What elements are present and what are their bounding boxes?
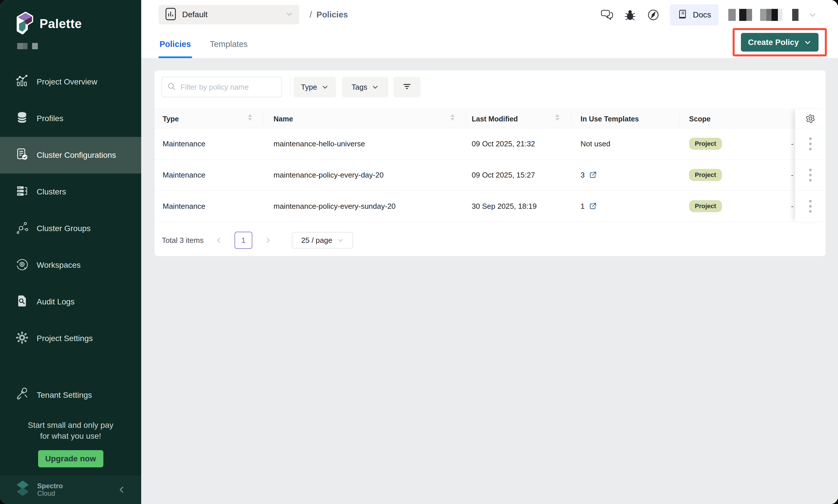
sidebar-item-cluster-configurations[interactable]: Cluster Configurations — [0, 137, 141, 174]
cell-truncated: - — [791, 191, 794, 222]
sort-control-type[interactable] — [248, 114, 252, 121]
cell-in-use: 1 — [581, 191, 597, 222]
tab-policies[interactable]: Policies — [160, 39, 191, 58]
cell-in-use: Not used — [581, 128, 610, 159]
tags-filter-dropdown[interactable]: Tags — [342, 77, 388, 97]
breadcrumb-current: Policies — [317, 10, 348, 19]
divider — [290, 77, 290, 97]
gear-icon — [805, 113, 816, 124]
sidebar-item-profiles[interactable]: Profiles — [0, 100, 141, 137]
sidebar-item-label: Cluster Groups — [37, 224, 90, 233]
user-menu-chevron-icon[interactable] — [808, 11, 817, 19]
external-link-icon[interactable] — [589, 202, 597, 211]
sidebar-item-label: Project Overview — [37, 77, 97, 87]
scope-badge: Project — [689, 138, 722, 150]
tab-templates[interactable]: Templates — [210, 39, 248, 58]
project-selector-dropdown[interactable]: Default — [159, 5, 299, 24]
column-divider — [263, 112, 263, 125]
sidebar-item-label: Audit Logs — [37, 297, 74, 306]
more-filters-button[interactable] — [393, 77, 421, 97]
cell-type: Maintenance — [163, 191, 206, 222]
kebab-menu-icon — [809, 138, 812, 150]
sidebar-item-label: Tenant Settings — [37, 391, 92, 400]
previous-page-button[interactable] — [212, 233, 226, 247]
bug-report-icon[interactable] — [623, 8, 637, 21]
sidebar-item-project-settings[interactable]: Project Settings — [0, 320, 141, 357]
audit-log-icon — [16, 294, 29, 309]
servers-icon — [16, 184, 29, 200]
cell-last-modified: 30 Sep 2025, 18:19 — [472, 191, 537, 222]
collapse-sidebar-icon[interactable] — [118, 485, 126, 494]
cell-name: maintenance-hello-universe — [273, 128, 365, 159]
brand: Palette — [16, 12, 82, 36]
sidebar-item-tenant-settings[interactable]: Tenant Settings — [0, 377, 141, 414]
create-policy-button[interactable]: Create Policy — [741, 33, 819, 52]
sidebar-item-audit-logs[interactable]: Audit Logs — [0, 284, 141, 320]
cell-type: Maintenance — [163, 160, 206, 191]
table-actions-column — [795, 109, 826, 222]
policy-search-field[interactable] — [162, 77, 282, 97]
row-actions-menu[interactable] — [795, 191, 826, 222]
breadcrumb-separator: / — [309, 10, 312, 19]
table-header-row: Type Name Last Modified In Us — [155, 109, 826, 128]
chevron-down-icon — [337, 237, 344, 244]
policies-card: Type Tags Type — [155, 70, 826, 256]
scope-badge: Project — [689, 200, 722, 212]
chevron-down-icon — [286, 10, 293, 19]
kebab-menu-icon — [809, 200, 812, 213]
sidebar: Palette Project Overview — [0, 0, 141, 504]
sidebar-item-label: Project Settings — [37, 334, 93, 343]
spectro-cloud-wordmark: Spectro Cloud — [37, 482, 63, 497]
tags-filter-label: Tags — [352, 83, 368, 92]
pagination: Total 3 items 1 25 / page — [162, 230, 353, 251]
cell-in-use: 3 — [581, 160, 597, 191]
main-area: Default / Policies — [141, 0, 838, 504]
column-header-name[interactable]: Name — [273, 109, 293, 129]
upgrade-promo-text: Start small and only pay for what you us… — [0, 420, 141, 442]
search-input[interactable] — [180, 83, 277, 92]
table-row[interactable]: Maintenance maintenance-policy-every-sun… — [155, 191, 826, 222]
type-filter-dropdown[interactable]: Type — [293, 77, 336, 97]
annotation-highlight-box: Create Policy — [733, 28, 827, 56]
column-settings-button[interactable] — [795, 109, 826, 128]
upgrade-now-button[interactable]: Upgrade now — [38, 450, 103, 467]
row-actions-menu[interactable] — [795, 160, 826, 191]
sidebar-nav: Project Overview Profiles — [0, 64, 141, 414]
table-row[interactable]: Maintenance maintenance-policy-every-day… — [155, 160, 826, 191]
kebab-menu-icon — [809, 169, 812, 182]
brand-name: Palette — [39, 17, 82, 31]
column-divider — [571, 112, 572, 125]
external-link-icon[interactable] — [589, 171, 597, 179]
chevron-down-icon — [804, 39, 812, 46]
next-page-button[interactable] — [261, 233, 275, 247]
scope-badge: Project — [689, 169, 722, 181]
content-area: Type Tags Type — [141, 58, 838, 504]
page-size-dropdown[interactable]: 25 / page — [292, 232, 353, 249]
feedback-chat-icon[interactable] — [600, 8, 614, 22]
current-page-button[interactable]: 1 — [235, 232, 252, 249]
sidebar-item-clusters[interactable]: Clusters — [0, 174, 141, 210]
create-policy-label: Create Policy — [748, 38, 799, 47]
column-header-type[interactable]: Type — [163, 109, 179, 129]
explore-compass-icon[interactable] — [646, 8, 660, 22]
sort-control-last-modified[interactable] — [555, 114, 559, 121]
database-icon — [16, 111, 29, 126]
project-selector-value: Default — [182, 10, 208, 19]
project-icon — [165, 7, 176, 22]
column-header-last-modified[interactable]: Last Modified — [472, 109, 518, 129]
tab-bar: Policies Templates — [160, 39, 248, 58]
row-actions-menu[interactable] — [795, 128, 826, 160]
sidebar-item-workspaces[interactable]: Workspaces — [0, 247, 141, 284]
sidebar-item-label: Clusters — [37, 187, 66, 196]
orbit-icon — [16, 258, 29, 273]
docs-button[interactable]: Docs — [670, 4, 718, 25]
table-row[interactable]: Maintenance maintenance-hello-universe 0… — [155, 128, 826, 160]
sidebar-item-project-overview[interactable]: Project Overview — [0, 64, 141, 100]
gear-icon — [16, 331, 29, 346]
sort-control-name[interactable] — [450, 114, 454, 121]
sidebar-item-cluster-groups[interactable]: Cluster Groups — [0, 210, 141, 247]
network-nodes-icon — [16, 221, 29, 236]
cell-last-modified: 09 Oct 2025, 15:27 — [472, 160, 535, 191]
cell-scope: Project — [689, 128, 722, 159]
filter-lines-icon — [402, 81, 412, 93]
